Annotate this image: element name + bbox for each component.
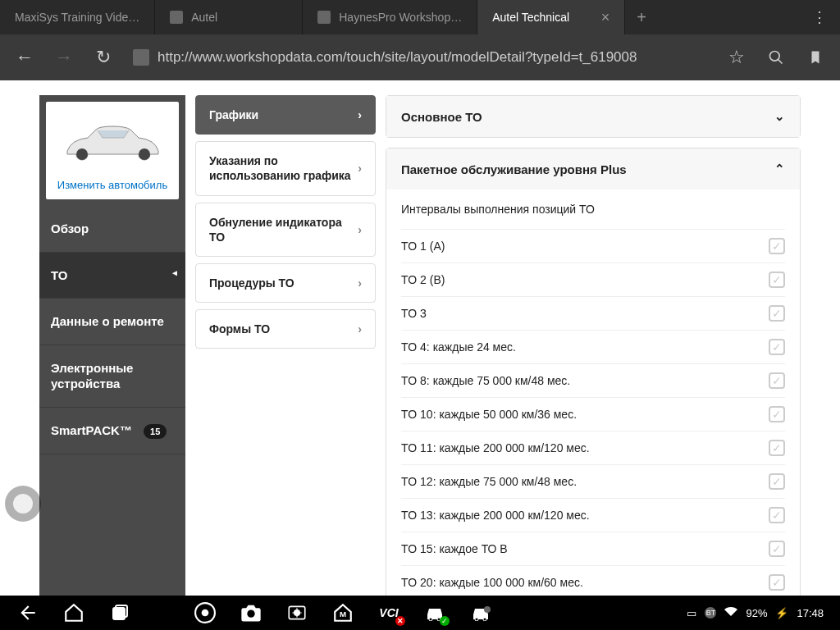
accordion-content: Интервалы выполнения позиций ТО TO 1 (A)… [386,189,800,596]
search-icon[interactable] [760,41,792,74]
row-label: TO 15: каждое ТО B [401,542,508,555]
home-icon[interactable] [62,601,85,624]
check-row: TO 8: каждые 75 000 км/48 мес. ✓ [401,363,785,397]
chevron-right-icon: › [358,107,362,122]
accordion-header[interactable]: Пакетное обслуживание уровня Plus ⌃ [386,148,800,189]
tab-favicon [170,11,183,24]
close-icon[interactable]: × [601,10,610,25]
menu-item-procedures[interactable]: Процедуры ТО › [195,263,376,303]
assistive-touch[interactable] [5,486,41,522]
menu-label: Указания по использованию графика [209,153,358,183]
accordion-header[interactable]: Основное ТО ⌄ [386,96,800,137]
chevron-right-icon: › [358,322,362,336]
svg-point-20 [484,606,491,613]
maxisys-home-icon[interactable]: M [331,601,354,624]
charging-icon: ⚡ [775,607,788,619]
svg-point-10 [294,610,300,616]
check-row: TO 3 ✓ [401,296,785,330]
svg-line-1 [778,60,783,64]
checkbox[interactable]: ✓ [769,473,785,490]
checkbox[interactable]: ✓ [769,305,785,322]
sidebar-item-smartpack[interactable]: SmartPACK™ 15 [39,408,185,454]
brightness-icon[interactable] [285,601,308,624]
car-check-icon[interactable]: ✓ [423,601,446,624]
new-tab-button[interactable]: + [625,8,658,27]
check-row: TO 1 (A) ✓ [401,229,785,262]
chevron-right-icon: › [358,222,362,237]
tab-0[interactable]: MaxiSys Training Vide… [0,0,155,34]
checkbox[interactable]: ✓ [769,406,785,422]
tab-title: Autel Technical [492,11,569,24]
sidebar: Изменить автомобиль Обзор ТО Данные о ре… [39,95,185,596]
checkbox[interactable]: ✓ [769,272,785,288]
bookmark-icon[interactable]: ☆ [720,41,753,74]
check-row: TO 20: каждые 100 000 км/60 мес. ✓ [401,565,785,596]
sidebar-item-overview[interactable]: Обзор [39,206,185,253]
check-row: TO 15: каждое ТО B ✓ [401,532,785,565]
forward-button[interactable]: → [48,41,80,74]
accordion-plus-service: Пакетное обслуживание уровня Plus ⌃ Инте… [386,148,801,596]
sidebar-item-repair[interactable]: Данные о ремонте [39,299,185,345]
check-row: TO 13: каждые 200 000 км/120 мес. ✓ [401,498,785,532]
row-label: TO 12: каждые 75 000 км/48 мес. [401,475,577,488]
battery-text: 92% [746,607,767,619]
tab-title: Autel [191,11,217,24]
tab-1[interactable]: Autel [155,0,303,34]
tab-title: MaxiSys Training Vide… [15,11,139,24]
row-label: TO 8: каждые 75 000 км/48 мес. [401,374,570,387]
address-bar: ← → ↻ http://www.workshopdata.com/touch/… [0,34,840,80]
vci-icon[interactable]: VCI✕ [377,601,400,624]
checkbox[interactable]: ✓ [769,507,785,523]
back-button[interactable]: ← [8,41,41,74]
menu-item-instructions[interactable]: Указания по использованию графика › [195,141,376,195]
main-panel: Основное ТО ⌄ Пакетное обслуживание уров… [386,95,801,596]
bottom-nav: M VCI✕ ✓ ▭ BT 92% ⚡ 17:48 [0,596,840,630]
tab-3-active[interactable]: Autel Technical × [477,0,625,34]
row-label: TO 1 (A) [401,240,445,253]
menu-item-reset[interactable]: Обнуление индикатора ТО › [195,203,376,257]
svg-point-8 [247,610,254,618]
url-field[interactable]: http://www.workshopdata.com/touch/site/l… [126,43,714,72]
svg-point-2 [76,148,88,160]
row-label: TO 3 [401,307,427,320]
checkbox[interactable]: ✓ [769,339,785,355]
menu-item-forms[interactable]: Формы ТО › [195,309,376,349]
reload-button[interactable]: ↻ [87,41,120,74]
car-tools-icon[interactable] [469,601,492,624]
checkbox[interactable]: ✓ [769,372,785,389]
check-row: TO 12: каждые 75 000 км/48 мес. ✓ [401,464,785,498]
sidebar-label: SmartPACK™ [51,423,132,437]
tab-bar: MaxiSys Training Vide… Autel HaynesPro W… [0,0,840,34]
accordion-title: Пакетное обслуживание уровня Plus [401,162,627,176]
content-area: Изменить автомобиль Обзор ТО Данные о ре… [0,80,840,596]
change-car-link[interactable]: Изменить автомобиль [52,174,172,193]
sidebar-item-to[interactable]: ТО [39,253,185,299]
menu-item-graphics[interactable]: Графики › [195,95,376,135]
camera-icon[interactable] [240,601,262,624]
chevron-up-icon: ⌃ [774,162,785,176]
tab-favicon [317,11,331,24]
svg-point-7 [202,609,209,617]
browser-menu-icon[interactable]: ⋮ [799,8,840,26]
sidebar-item-electronic[interactable]: Электронные устройства [39,345,185,408]
recent-icon[interactable] [108,601,131,624]
back-icon[interactable] [16,601,39,624]
checkbox[interactable]: ✓ [769,238,785,254]
bookmarks-icon[interactable] [799,41,832,74]
menu-label: Обнуление индикатора ТО [209,215,358,244]
chevron-down-icon: ⌄ [774,109,785,124]
row-label: TO 4: каждые 24 мес. [401,340,516,354]
clock-text: 17:48 [797,607,824,619]
checkbox[interactable]: ✓ [769,541,785,557]
svg-point-18 [475,618,478,621]
checkbox[interactable]: ✓ [769,440,785,456]
tab-2[interactable]: HaynesPro Workshop… [303,0,477,34]
car-image [52,108,172,174]
page-content: Изменить автомобиль Обзор ТО Данные о ре… [0,80,840,596]
menu-label: Графики [209,107,258,122]
checkbox[interactable]: ✓ [769,574,785,591]
chrome-icon[interactable] [194,601,217,624]
row-label: TO 13: каждые 200 000 км/120 мес. [401,509,590,522]
check-row: TO 4: каждые 24 мес. ✓ [401,330,785,363]
row-label: TO 11: каждые 200 000 км/120 мес. [401,441,590,454]
